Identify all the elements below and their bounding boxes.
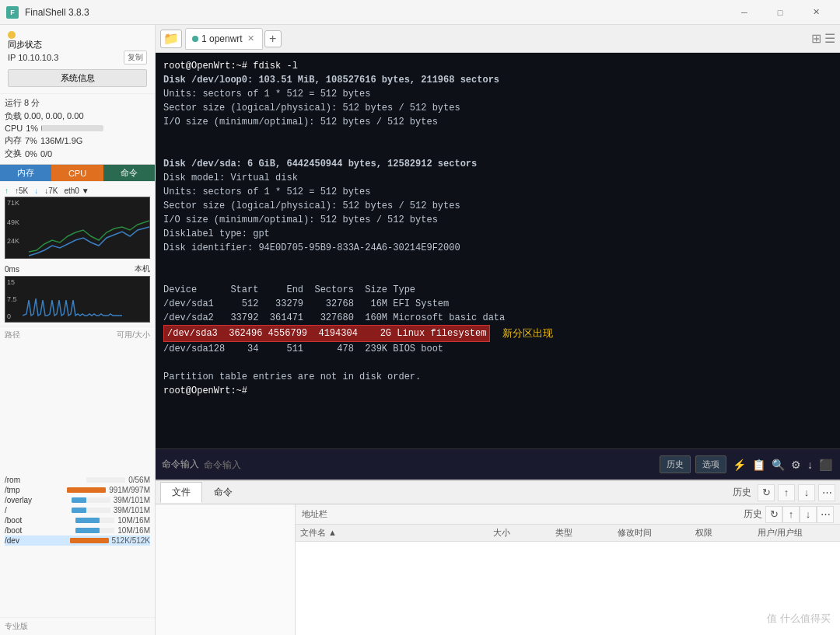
col-perms: 权限: [695, 527, 758, 539]
lat-label2: 本机: [135, 263, 150, 274]
tab-cpu-button[interactable]: CPU: [51, 165, 103, 181]
tab-file-button[interactable]: 文件: [160, 482, 202, 503]
tab-cmd-button[interactable]: 命令: [202, 482, 244, 503]
file-content: 地址栏 历史 ↻ ↑ ↓ ⋯ 文件名 ▲ 大小 类型 修改时间 权限 用户/用户…: [296, 504, 840, 635]
network-section: ↑ ↑5K ↓ ↓7K eth0 ▼ 71K49K24K: [0, 181, 155, 263]
tab-status-dot: [192, 36, 198, 42]
path-header-label: 路径: [5, 330, 20, 340]
upload-icon[interactable]: ↑: [778, 484, 795, 501]
path-list-item: /boot 10M/16M: [5, 515, 150, 525]
settings-icon[interactable]: ⚙: [789, 457, 803, 473]
cmd-input-label: 命令输入: [162, 458, 199, 471]
download-arrow-icon: ↓: [34, 187, 38, 195]
refresh-icon[interactable]: ↻: [758, 484, 775, 501]
titlebar: F FinalShell 3.8.3 ─ □ ✕: [0, 0, 840, 25]
more-icon[interactable]: ⋯: [818, 484, 835, 501]
load-label: 负载 0.00, 0.00, 0.00: [5, 110, 84, 122]
folder-icon[interactable]: 📁: [160, 30, 182, 48]
swap-label: 交换: [5, 148, 22, 159]
sync-status-dot: [8, 31, 16, 39]
window-controls: ─ □ ✕: [726, 0, 834, 25]
path-name: /dev: [5, 536, 44, 545]
main-layout: 同步状态 IP 10.10.10.3 复制 系统信息 运行 8 分 负载 0.0…: [0, 25, 840, 635]
col-type: 类型: [555, 527, 618, 539]
col-size: 大小: [493, 527, 555, 539]
terminal-line: Sector size (logical/physical): 512 byte…: [163, 199, 832, 213]
tab-cmd-button[interactable]: 命令: [103, 165, 155, 181]
terminal-line: Disk /dev/sda: 6 GiB, 6442450944 bytes, …: [163, 157, 832, 171]
terminal-line: Sector size (logical/physical): 512 byte…: [163, 101, 832, 115]
cpu-row: CPU 1%: [5, 124, 150, 133]
command-input[interactable]: [204, 459, 655, 470]
history-button[interactable]: 历史: [660, 455, 691, 473]
path-bar: [75, 518, 100, 523]
path-name: /tmp: [5, 486, 44, 494]
maximize-button[interactable]: □: [762, 0, 798, 25]
ip-row: IP 10.10.10.3 复制: [8, 51, 147, 65]
tab-close-icon[interactable]: ✕: [247, 33, 254, 44]
path-header: 路径 可用/大小: [5, 330, 150, 340]
minimize-button[interactable]: ─: [726, 0, 762, 25]
path-size: 39M/101M: [114, 506, 150, 515]
mem-val: 7%: [25, 136, 37, 145]
grid-view-button[interactable]: ⊞ ☰: [811, 31, 835, 46]
search-icon[interactable]: 🔍: [770, 457, 786, 473]
net-iface[interactable]: eth0 ▼: [64, 187, 89, 195]
mem-detail: 136M/1.9G: [40, 136, 82, 145]
uptime-label: 运行 8 分: [5, 97, 40, 109]
path-bar-bg: [72, 508, 110, 513]
sidebar-header: 同步状态 IP 10.10.10.3 复制 系统信息: [0, 25, 155, 94]
path-bar-bg: [75, 528, 114, 533]
terminal-line: /dev/sda2 33792 361471 327680 160M Micro…: [163, 311, 832, 325]
sysinfo-button[interactable]: 系统信息: [8, 69, 147, 87]
path-size: 39M/101M: [114, 496, 150, 504]
terminal-line: Disk model: Virtual disk: [163, 171, 832, 185]
uptime-row: 运行 8 分: [5, 97, 150, 109]
addr-more-icon[interactable]: ⋯: [817, 506, 834, 523]
add-tab-button[interactable]: +: [264, 30, 282, 47]
watermark-text: 值 什么值得买: [767, 612, 831, 624]
path-size: 10M/16M: [117, 516, 150, 525]
bottom-history-label: 历史: [733, 486, 751, 499]
lightning-icon[interactable]: ⚡: [731, 457, 747, 473]
path-name: /boot: [5, 516, 44, 525]
terminal-line: [163, 269, 832, 283]
path-name: /: [5, 506, 44, 515]
path-list-item: / 39M/101M: [5, 505, 150, 515]
sidebar-tabs: 内存 CPU 命令: [0, 164, 155, 181]
path-bar: [72, 497, 87, 503]
path-section: 路径 可用/大小: [0, 326, 155, 475]
terminal-line: [163, 129, 832, 143]
copy-ip-button[interactable]: 复制: [124, 51, 147, 65]
options-button[interactable]: 选项: [695, 455, 726, 473]
ip-label: IP 10.10.10.3: [8, 53, 58, 62]
file-address-bar[interactable]: 地址栏 历史 ↻ ↑ ↓ ⋯: [296, 504, 840, 525]
upload-speed: ↑5K: [15, 187, 28, 195]
path-list-item: /dev 512K/512K: [5, 536, 150, 546]
path-name: /overlay: [5, 496, 44, 504]
history-btn-label[interactable]: 历史: [744, 508, 762, 521]
command-input-bar: 命令输入 历史 选项 ⚡ 📋 🔍 ⚙ ↓ ⬛: [156, 448, 840, 480]
new-partition-label: 新分区出现: [502, 326, 553, 341]
download-icon[interactable]: ↓: [806, 457, 814, 473]
edition-label: 专业版: [5, 622, 28, 630]
terminal[interactable]: root@OpenWrt:~# fdisk -l Disk /dev/loop0…: [156, 53, 840, 448]
close-button[interactable]: ✕: [798, 0, 834, 25]
expand-icon[interactable]: ⬛: [817, 457, 834, 473]
addr-refresh-icon[interactable]: ↻: [765, 506, 782, 523]
col-filename: 文件名 ▲: [300, 527, 493, 539]
watermark: 值 什么值得买: [767, 612, 831, 626]
cpu-bar: [41, 125, 42, 131]
path-bar-bg: [86, 477, 125, 483]
tab-mem-button[interactable]: 内存: [0, 165, 51, 181]
file-manager: 地址栏 历史 ↻ ↑ ↓ ⋯ 文件名 ▲ 大小 类型 修改时间 权限 用户/用户…: [156, 504, 840, 635]
addr-up-icon[interactable]: ↑: [782, 506, 800, 523]
session-tab[interactable]: 1 openwrt ✕: [185, 28, 263, 50]
cpu-label: CPU: [5, 124, 23, 133]
upload-arrow-icon: ↑: [5, 187, 9, 195]
download-file-icon[interactable]: ↓: [798, 484, 815, 501]
addr-download-icon[interactable]: ↓: [800, 506, 817, 523]
clipboard-icon[interactable]: 📋: [751, 457, 767, 473]
bottom-panel: 文件 命令 历史 ↻ ↑ ↓ ⋯ 地址栏 历史 ↻ ↑: [156, 480, 840, 635]
path-name: /rom: [5, 476, 44, 484]
